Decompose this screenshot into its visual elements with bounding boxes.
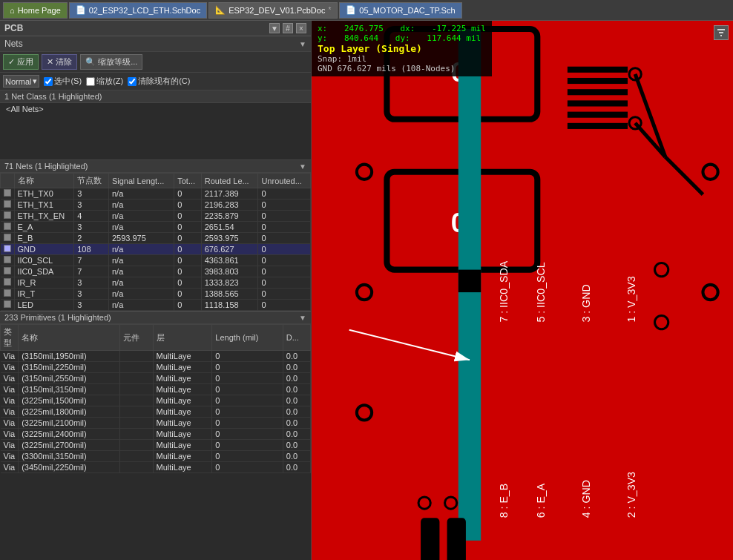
net-table-row[interactable]: ETH_TX_EN 4 n/a 0 2235.879 0 bbox=[1, 211, 311, 222]
prim-length-cell: 0 bbox=[212, 384, 283, 395]
net-nodes-cell: 7 bbox=[74, 266, 109, 277]
net-tot-cell: 0 bbox=[174, 200, 202, 211]
svg-text:6 : E_A: 6 : E_A bbox=[535, 483, 547, 518]
prim-col-d[interactable]: D... bbox=[283, 325, 310, 351]
clear-existing-checkbox[interactable] bbox=[128, 77, 137, 86]
col-signal[interactable]: Signal Lengt... bbox=[108, 174, 174, 188]
net-table-row[interactable]: LED 3 n/a 0 1118.158 0 bbox=[1, 300, 311, 311]
net-table-row[interactable]: E_B 2 2593.975 0 2593.975 0 bbox=[1, 233, 311, 244]
zoom-checkbox-label[interactable]: 缩放(Z) bbox=[86, 76, 123, 87]
net-signal-cell: n/a bbox=[108, 266, 174, 277]
prim-table-row[interactable]: Via (3225mil,2400mil) MultiLaye 0 0.0 bbox=[1, 429, 311, 440]
col-name[interactable]: 名称 bbox=[14, 174, 74, 188]
trace-overlay-1 bbox=[458, 270, 481, 292]
prim-table-row[interactable]: Via (3225mil,2700mil) MultiLaye 0 0.0 bbox=[1, 440, 311, 451]
nets-table-container: 名称 节点数 Signal Lengt... Tot... Routed Le.… bbox=[0, 173, 311, 311]
tab-bar: ⌂ Home Page 📄 02_ESP32_LCD_ETH.SchDoc 📐 … bbox=[0, 0, 733, 21]
net-unrouted-cell: 0 bbox=[258, 211, 311, 222]
col-nodes[interactable]: 节点数 bbox=[74, 174, 109, 188]
prim-table-row[interactable]: Via (3225mil,1500mil) MultiLaye 0 0.0 bbox=[1, 395, 311, 406]
label-bot-ea: 6 : E_A bbox=[535, 483, 547, 518]
prim-table-row[interactable]: Via (3450mil,2250mil) MultiLaye 0 0.0 bbox=[1, 462, 311, 473]
tab-motor[interactable]: 📄 05_MOTOR_DAC_TP.Sch bbox=[339, 2, 461, 19]
net-routed-cell: 2117.389 bbox=[201, 188, 258, 200]
prim-layer-cell: MultiLaye bbox=[153, 440, 212, 451]
net-signal-cell: 2593.975 bbox=[108, 233, 174, 244]
prim-table-row[interactable]: Via (3300mil,3150mil) MultiLaye 0 0.0 bbox=[1, 451, 311, 462]
apply-button[interactable]: ✓ 应用 bbox=[3, 54, 39, 70]
net-name-cell: E_B bbox=[14, 233, 74, 244]
net-name-cell: IR_R bbox=[14, 277, 74, 289]
prim-table-row[interactable]: Via (3225mil,1800mil) MultiLaye 0 0.0 bbox=[1, 406, 311, 418]
pcb-icon: 📐 bbox=[215, 5, 226, 15]
net-tot-cell: 0 bbox=[174, 188, 202, 200]
select-checkbox-label[interactable]: 选中(S) bbox=[44, 76, 82, 87]
net-table-row[interactable]: ETH_TX1 3 n/a 0 2196.283 0 bbox=[1, 200, 311, 211]
prim-type-cell: Via bbox=[1, 462, 19, 473]
net-table-row[interactable]: IR_R 3 n/a 0 1333.823 0 bbox=[1, 277, 311, 289]
nets-dropdown-arrow[interactable]: ▼ bbox=[299, 40, 306, 48]
net-color-cell bbox=[1, 255, 15, 266]
net-color-cell bbox=[1, 300, 15, 311]
prim-comp-cell bbox=[120, 429, 153, 440]
net-color-swatch bbox=[4, 278, 11, 286]
nets-table-header-row: 名称 节点数 Signal Lengt... Tot... Routed Le.… bbox=[1, 174, 311, 188]
filter-icon[interactable] bbox=[714, 25, 729, 40]
prim-table-row[interactable]: Via (3150mil,2550mil) MultiLaye 0 0.0 bbox=[1, 373, 311, 384]
via-bot-2 bbox=[445, 497, 457, 509]
all-nets-item[interactable]: <All Nets> bbox=[0, 103, 311, 115]
prim-col-length[interactable]: Length (mil) bbox=[212, 325, 283, 351]
net-table-row[interactable]: IR_T 3 n/a 0 1388.565 0 bbox=[1, 289, 311, 300]
col-routed[interactable]: Routed Le... bbox=[201, 174, 258, 188]
net-table-row[interactable]: ETH_TX0 3 n/a 0 2117.389 0 bbox=[1, 188, 311, 200]
bot-conn-2 bbox=[447, 518, 466, 560]
prim-col-comp[interactable]: 元件 bbox=[120, 325, 153, 351]
prim-type-cell: Via bbox=[1, 351, 19, 362]
select-checkbox[interactable] bbox=[44, 77, 53, 86]
motor-icon: 📄 bbox=[346, 5, 356, 15]
prim-layer-cell: MultiLaye bbox=[153, 362, 212, 373]
primitives-table-container[interactable]: 类型 名称 元件 层 Length (mil) D... Via (3150mi… bbox=[0, 324, 311, 560]
prim-d-cell: 0.0 bbox=[283, 395, 310, 406]
net-table-row[interactable]: GND 108 n/a 0 676.627 0 bbox=[1, 244, 311, 255]
nets-table-section: 71 Nets (1 Highlighted) ▼ 名称 节点数 Signal … bbox=[0, 159, 311, 311]
normal-select[interactable]: Normal ▾ bbox=[3, 75, 39, 88]
net-color-swatch bbox=[4, 256, 11, 263]
net-table-row[interactable]: E_A 3 n/a 0 2651.54 0 bbox=[1, 222, 311, 233]
clear-button[interactable]: ✕ 清除 bbox=[42, 54, 77, 70]
title-dropdown-icon[interactable]: ▼ bbox=[269, 23, 280, 33]
prim-table-row[interactable]: Via (3150mil,3150mil) MultiLaye 0 0.0 bbox=[1, 384, 311, 395]
prim-table-row[interactable]: Via (3150mil,1950mil) MultiLaye 0 0.0 bbox=[1, 351, 311, 362]
pcb-canvas[interactable]: 0 0 bbox=[312, 21, 733, 560]
tab-pcb[interactable]: 📐 ESP32_DEV_V01.PcbDoc * bbox=[208, 2, 338, 19]
tab-sch[interactable]: 📄 02_ESP32_LCD_ETH.SchDoc bbox=[69, 2, 207, 19]
prim-col-name[interactable]: 名称 bbox=[19, 325, 120, 351]
prim-col-type[interactable]: 类型 bbox=[1, 325, 19, 351]
prim-table-row[interactable]: Via (3150mil,2250mil) MultiLaye 0 0.0 bbox=[1, 362, 311, 373]
nets-table-arrow[interactable]: ▼ bbox=[299, 162, 306, 171]
prim-col-layer[interactable]: 层 bbox=[153, 325, 212, 351]
col-tot[interactable]: Tot... bbox=[174, 174, 202, 188]
col-unrouted[interactable]: Unrouted... bbox=[258, 174, 311, 188]
prim-layer-cell: MultiLaye bbox=[153, 384, 212, 395]
zoom-button[interactable]: 🔍 缩放等级... bbox=[80, 54, 142, 70]
net-tot-cell: 0 bbox=[174, 266, 202, 277]
prim-comp-cell bbox=[120, 362, 153, 373]
prim-table-row[interactable]: Via (3225mil,2100mil) MultiLaye 0 0.0 bbox=[1, 418, 311, 429]
prim-type-cell: Via bbox=[1, 429, 19, 440]
net-color-cell bbox=[1, 188, 15, 200]
primitives-arrow[interactable]: ▼ bbox=[299, 314, 306, 322]
title-pin-icon[interactable]: # bbox=[283, 23, 293, 33]
tab-home[interactable]: ⌂ Home Page bbox=[3, 2, 68, 19]
title-close-icon[interactable]: × bbox=[296, 23, 306, 33]
net-unrouted-cell: 0 bbox=[258, 255, 311, 266]
net-table-row[interactable]: IIC0_SCL 7 n/a 0 4363.861 0 bbox=[1, 255, 311, 266]
zoom-label: 缩放(Z) bbox=[96, 76, 123, 87]
clear-existing-checkbox-label[interactable]: 清除现有的(C) bbox=[128, 76, 190, 87]
net-unrouted-cell: 0 bbox=[258, 200, 311, 211]
prim-comp-cell bbox=[120, 406, 153, 418]
net-table-row[interactable]: IIC0_SDA 7 n/a 0 3983.803 0 bbox=[1, 266, 311, 277]
net-color-swatch bbox=[4, 245, 11, 252]
zoom-checkbox[interactable] bbox=[86, 77, 95, 86]
canvas-area[interactable]: x: 2476.775 dx: -17.225 mil y: 840.644 d… bbox=[312, 21, 733, 560]
